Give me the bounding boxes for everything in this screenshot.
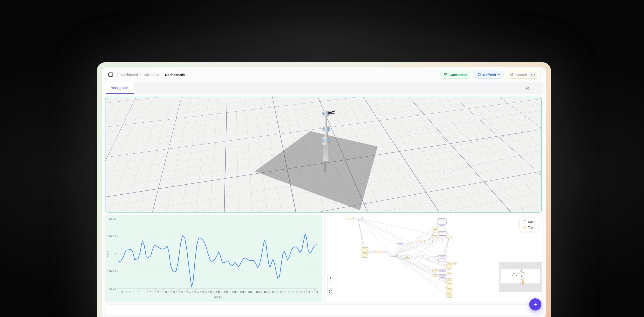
tab-robot-state[interactable]: robot_state — [105, 82, 134, 94]
x-tick-label: 131.5 — [216, 291, 222, 294]
graph-label-placeholder — [434, 275, 437, 276]
minimap-dot — [522, 272, 524, 273]
graph-label-placeholder — [448, 237, 450, 237]
graph-edge — [442, 226, 449, 237]
graph-label-placeholder — [370, 251, 374, 251]
graph-legend: Node Topic — [520, 218, 539, 232]
graph-label-placeholder — [448, 263, 451, 264]
graph-label-placeholder — [448, 274, 450, 274]
header-bar: Dashboard › Advanced › Dashboards Connec… — [105, 69, 542, 80]
graph-zoom-controls: + − — [327, 275, 334, 295]
minimap-dot — [522, 284, 524, 284]
graph-label-placeholder — [406, 258, 408, 259]
graph-label-placeholder — [440, 270, 444, 271]
x-tick-label: 131.7 — [256, 291, 262, 294]
breadcrumb-item-dashboard[interactable]: Dashboard — [121, 73, 138, 77]
refresh-label: Refresh — [483, 73, 496, 77]
node-topic-graph-panel[interactable]: Node Topic + − — [324, 215, 542, 302]
robot-scene-overlay — [106, 97, 541, 213]
dashboard-settings-button[interactable]: ⚙ — [523, 85, 533, 91]
graph-edge — [393, 255, 443, 276]
graph-edge — [358, 218, 442, 237]
zoom-out-button[interactable]: − — [327, 282, 334, 288]
x-tick-label: 131.6 — [240, 291, 246, 294]
legend-node-label: Node — [528, 220, 535, 224]
add-dashboard-button[interactable]: + — [533, 85, 543, 91]
search-button[interactable]: Search ⌘ K — [506, 71, 541, 78]
graph-edge — [358, 218, 442, 279]
robot-shadow — [255, 131, 378, 210]
dashboard-tabbar: robot_state ⚙ + — [105, 82, 543, 94]
topic-swatch-icon — [523, 226, 526, 229]
legend-topic-row[interactable]: Topic — [523, 226, 535, 229]
connection-status-label: Connected — [450, 73, 468, 77]
x-tick-label: 131.7 — [272, 291, 278, 294]
minimap-dot — [513, 274, 514, 274]
collapsed-panel[interactable] — [105, 305, 542, 315]
graph-label-placeholder — [434, 231, 437, 232]
graph-label-placeholder — [363, 256, 366, 256]
x-tick-label: 131.9 — [312, 291, 318, 294]
robot-3d-viewport[interactable] — [105, 97, 542, 213]
graph-minimap[interactable] — [499, 262, 542, 292]
connection-status-badge[interactable]: Connected — [440, 71, 471, 78]
graph-label-placeholder — [420, 241, 423, 242]
graph-label-placeholder — [439, 223, 444, 223]
graph-label-placeholder — [426, 241, 431, 241]
x-tick-label: 131.8 — [296, 291, 302, 294]
refresh-button[interactable]: Refresh — [474, 71, 504, 78]
gear-icon: ⚙ — [526, 85, 530, 91]
graph-label-placeholder — [377, 251, 381, 252]
zoom-in-button[interactable]: + — [327, 275, 334, 281]
minimap-dot — [520, 284, 521, 284]
graph-label-placeholder — [363, 253, 366, 254]
y-tick-label: -2.5e-20 — [106, 270, 116, 273]
graph-label-placeholder — [440, 275, 445, 276]
header-divider — [117, 72, 118, 77]
breadcrumb-item-advanced[interactable]: Advanced — [144, 73, 159, 77]
graph-label-placeholder — [448, 285, 451, 285]
graph-label-placeholder — [454, 263, 456, 264]
x-tick-label: 131.1 — [136, 291, 143, 294]
minimap-dot — [522, 278, 524, 279]
y-tick-label: 2.5e-20 — [107, 235, 116, 238]
minimap-dot — [516, 275, 517, 276]
graph-label-placeholder — [434, 228, 437, 229]
value-time-chart-panel[interactable]: 131.1131.1131.1131.2131.2131.3131.3131.3… — [105, 215, 322, 302]
minimap-dots — [499, 262, 542, 292]
graph-label-placeholder — [448, 290, 451, 290]
graph-edge — [428, 241, 442, 257]
x-tick-label: 131.8 — [280, 291, 286, 294]
search-icon — [510, 73, 514, 76]
robot-upper-link — [324, 116, 327, 127]
x-tick-label: 131.2 — [144, 291, 151, 294]
dashed-grid-lines — [406, 109, 541, 174]
graph-label-placeholder — [440, 237, 445, 237]
graph-label-placeholder — [448, 280, 451, 280]
graph-label-placeholder — [440, 279, 444, 279]
x-tick-label: 131.2 — [152, 291, 159, 294]
graph-label-placeholder — [440, 233, 444, 233]
desktop-background: Dashboard › Advanced › Dashboards Connec… — [0, 0, 644, 317]
sidebar-toggle-button[interactable] — [107, 71, 114, 78]
x-tick-label: 131.9 — [304, 291, 310, 294]
graph-label-placeholder — [440, 225, 444, 226]
x-tick-label: 131.6 — [232, 291, 238, 294]
x-tick-label: 131.5 — [208, 291, 215, 294]
fit-view-button[interactable] — [327, 288, 334, 295]
graph-label-placeholder — [398, 245, 402, 245]
add-panel-fab[interactable]: + — [529, 298, 541, 311]
plus-icon: + — [534, 301, 537, 308]
x-tick-label: 131.1 — [128, 291, 135, 294]
chevron-down-icon — [498, 74, 500, 75]
minimap-dot — [521, 269, 522, 270]
minimap-dot — [517, 273, 518, 273]
graph-label-placeholder — [448, 266, 450, 266]
graph-label-placeholder — [448, 268, 450, 269]
graph-label-placeholder — [355, 218, 360, 218]
minimap-dot — [512, 275, 513, 276]
minimap-dot — [521, 280, 522, 280]
breadcrumb: Dashboard › Advanced › Dashboards — [121, 73, 185, 77]
graph-label-placeholder — [412, 255, 416, 255]
legend-node-row[interactable]: Node — [523, 220, 535, 224]
